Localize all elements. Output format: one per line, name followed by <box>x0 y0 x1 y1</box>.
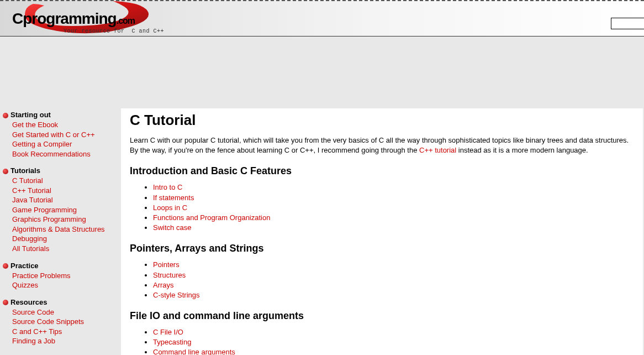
nav-links: Source CodeSource Code SnippetsC and C++… <box>3 307 121 346</box>
nav-link[interactable]: Practice Problems <box>12 271 121 281</box>
list-item: Arrays <box>153 280 634 290</box>
sidebar: Starting outGet the EbookGet Started wit… <box>3 108 121 355</box>
intro-paragraph: Learn C with our popular C tutorial, whi… <box>130 135 634 155</box>
nav-link[interactable]: Source Code Snippets <box>12 317 121 327</box>
header-bar: Cprogramming.com Your resource for C and… <box>0 0 644 36</box>
section-links: Intro to CIf statementsLoops in CFunctio… <box>130 182 634 233</box>
logo-tagline: Your resource for C and C++ <box>64 28 164 34</box>
nav-section: PracticePractice ProblemsQuizzes <box>3 262 121 290</box>
nav-link[interactable]: C Tutorial <box>12 176 121 186</box>
nav-link[interactable]: Source Code <box>12 307 121 317</box>
list-item: Command line arguments <box>153 347 634 355</box>
nav-link[interactable]: Get the Ebook <box>12 120 121 130</box>
main-content: C Tutorial Learn C with our popular C tu… <box>121 108 643 355</box>
content-link[interactable]: Command line arguments <box>153 348 235 355</box>
page-title: C Tutorial <box>130 112 634 129</box>
content-wrapper: Starting outGet the EbookGet Started wit… <box>0 108 644 355</box>
nav-link[interactable]: All Tutorials <box>12 244 121 254</box>
list-item: C-style Strings <box>153 290 634 300</box>
nav-link[interactable]: Debugging <box>12 234 121 244</box>
section-links: C File I/OTypecastingCommand line argume… <box>130 327 634 355</box>
list-item: Structures <box>153 270 634 280</box>
nav-heading: Resources <box>3 298 121 306</box>
nav-link[interactable]: C++ Tutorial <box>12 186 121 196</box>
content-link[interactable]: Arrays <box>153 281 174 289</box>
nav-heading: Tutorials <box>3 166 121 175</box>
nav-links: Practice ProblemsQuizzes <box>3 271 121 290</box>
section-heading: Introduction and Basic C Features <box>130 165 634 177</box>
nav-links: C TutorialC++ TutorialJava TutorialGame … <box>3 176 121 253</box>
nav-section: TutorialsC TutorialC++ TutorialJava Tuto… <box>3 166 121 253</box>
content-link[interactable]: C-style Strings <box>153 291 200 299</box>
search-input[interactable] <box>611 18 644 29</box>
nav-link[interactable]: Graphics Programming <box>12 215 121 225</box>
nav-link[interactable]: Java Tutorial <box>12 195 121 205</box>
nav-section: Starting outGet the EbookGet Started wit… <box>3 111 121 159</box>
content-link[interactable]: C File I/O <box>153 328 183 336</box>
nav-link[interactable]: Finding a Job <box>12 336 121 346</box>
list-item: Switch case <box>153 223 634 233</box>
content-link[interactable]: Switch case <box>153 223 191 232</box>
section-heading: File IO and command line arguments <box>130 310 634 322</box>
list-item: Pointers <box>153 260 634 270</box>
content-link[interactable]: Loops in C <box>153 203 187 212</box>
nav-link[interactable]: Algorithms & Data Structures <box>12 225 121 234</box>
content-link[interactable]: Functions and Program Organization <box>153 213 270 222</box>
section-links: PointersStructuresArraysC-style Strings <box>130 260 634 300</box>
nav-link[interactable]: C and C++ Tips <box>12 327 121 337</box>
list-item: If statements <box>153 193 634 203</box>
nav-links: Get the EbookGet Started with C or C++Ge… <box>3 120 121 159</box>
content-link[interactable]: Pointers <box>153 260 180 269</box>
nav-heading: Practice <box>3 262 121 270</box>
content-link[interactable]: Structures <box>153 271 186 279</box>
list-item: Functions and Program Organization <box>153 213 634 223</box>
section-heading: Pointers, Arrays and Strings <box>130 243 634 254</box>
banner-spacer <box>0 36 644 108</box>
nav-link[interactable]: Quizzes <box>12 280 121 290</box>
list-item: C File I/O <box>153 327 634 337</box>
logo-text: Cprogramming.com <box>12 10 135 28</box>
content-link[interactable]: Typecasting <box>153 338 191 346</box>
content-link[interactable]: Intro to C <box>153 183 182 191</box>
content-link[interactable]: If statements <box>153 194 194 202</box>
nav-section: ResourcesSource CodeSource Code Snippets… <box>3 298 121 346</box>
nav-link[interactable]: Get Started with C or C++ <box>12 130 121 140</box>
list-item: Loops in C <box>153 203 634 213</box>
nav-heading: Starting out <box>3 111 121 119</box>
list-item: Typecasting <box>153 337 634 347</box>
cpp-tutorial-link[interactable]: C++ tutorial <box>419 146 456 154</box>
logo[interactable]: Cprogramming.com Your resource for C and… <box>6 0 188 36</box>
intro-text-after: instead as it is a more modern language. <box>456 146 588 154</box>
nav-link[interactable]: Game Programming <box>12 205 121 215</box>
nav-link[interactable]: Getting a Compiler <box>12 139 121 149</box>
list-item: Intro to C <box>153 182 634 192</box>
nav-link[interactable]: Book Recommendations <box>12 149 121 159</box>
